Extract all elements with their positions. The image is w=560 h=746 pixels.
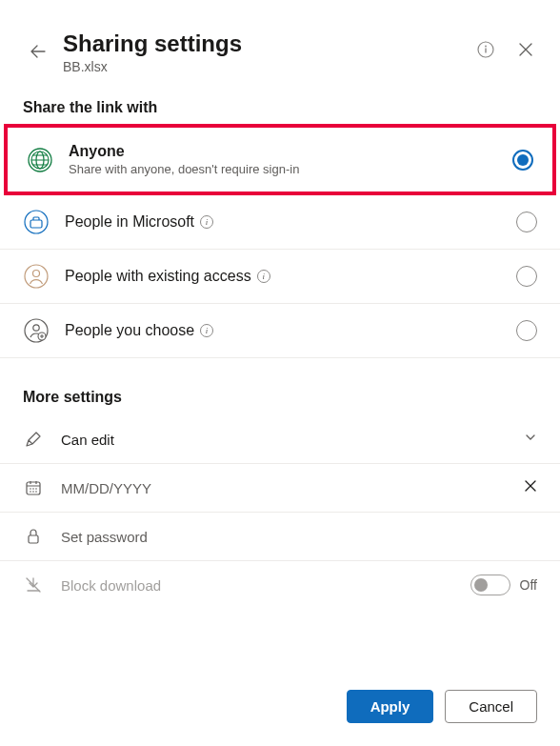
- info-icon[interactable]: i: [200, 324, 213, 337]
- cancel-button[interactable]: Cancel: [445, 690, 537, 723]
- toggle-state-label: Off: [520, 577, 537, 593]
- svg-point-18: [32, 491, 34, 493]
- radio-unselected[interactable]: [516, 320, 537, 341]
- svg-point-15: [32, 488, 34, 490]
- info-icon: [477, 41, 494, 58]
- download-blocked-icon: [23, 575, 44, 595]
- close-button[interactable]: [514, 38, 537, 61]
- block-download-label: Block download: [61, 577, 470, 594]
- date-placeholder: MM/DD/YYYY: [61, 480, 524, 496]
- pencil-icon: [23, 429, 44, 450]
- svg-point-6: [25, 211, 48, 233]
- expiry-date-field[interactable]: MM/DD/YYYY: [0, 464, 560, 513]
- info-icon[interactable]: i: [257, 270, 270, 283]
- more-settings-label: More settings: [0, 358, 560, 415]
- block-download-row: Block download Off: [0, 561, 560, 609]
- info-icon[interactable]: i: [200, 215, 213, 229]
- option-title: People you choose i: [65, 322, 516, 339]
- svg-point-16: [35, 488, 37, 490]
- highlighted-option: Anyone Share with anyone, doesn't requir…: [4, 124, 556, 195]
- svg-point-9: [33, 271, 40, 277]
- info-button[interactable]: [474, 38, 497, 61]
- password-field[interactable]: Set password: [0, 513, 560, 561]
- clear-date-button[interactable]: [524, 479, 537, 496]
- permission-label: Can edit: [61, 432, 524, 448]
- share-option-anyone[interactable]: Anyone Share with anyone, doesn't requir…: [8, 128, 552, 192]
- globe-icon: [27, 147, 53, 173]
- close-icon: [518, 42, 533, 57]
- option-title: People in Microsoft i: [65, 213, 516, 231]
- option-desc: Share with anyone, doesn't require sign-…: [69, 162, 512, 176]
- svg-point-19: [35, 491, 37, 493]
- filename-label: BB.xlsx: [63, 59, 474, 74]
- password-placeholder: Set password: [61, 529, 537, 545]
- share-option-people-you-choose[interactable]: People you choose i: [0, 304, 560, 358]
- svg-point-17: [30, 491, 31, 493]
- svg-rect-20: [29, 535, 38, 543]
- person-icon: [23, 263, 50, 290]
- share-option-existing-access[interactable]: People with existing access i: [0, 250, 560, 304]
- chevron-down-icon: [524, 431, 537, 448]
- radio-unselected[interactable]: [516, 212, 537, 232]
- back-button[interactable]: [23, 36, 53, 67]
- svg-rect-7: [30, 220, 42, 228]
- arrow-left-icon: [29, 42, 48, 61]
- option-title: Anyone: [69, 143, 512, 160]
- svg-point-1: [485, 46, 487, 48]
- svg-point-11: [33, 325, 39, 331]
- block-download-toggle[interactable]: [470, 575, 510, 595]
- option-title: People with existing access i: [65, 268, 516, 285]
- lock-icon: [23, 526, 44, 547]
- radio-unselected[interactable]: [516, 266, 537, 287]
- apply-button[interactable]: Apply: [347, 690, 434, 723]
- calendar-icon: [23, 477, 44, 498]
- briefcase-icon: [23, 209, 50, 235]
- person-plus-icon: [23, 317, 50, 344]
- svg-point-14: [30, 488, 31, 490]
- dialog-title: Sharing settings: [63, 30, 474, 57]
- share-option-people-in-org[interactable]: People in Microsoft i: [0, 195, 560, 250]
- permission-dropdown[interactable]: Can edit: [0, 415, 560, 464]
- svg-rect-2: [485, 49, 486, 53]
- share-section-label: Share the link with: [0, 86, 560, 124]
- radio-selected[interactable]: [512, 150, 533, 171]
